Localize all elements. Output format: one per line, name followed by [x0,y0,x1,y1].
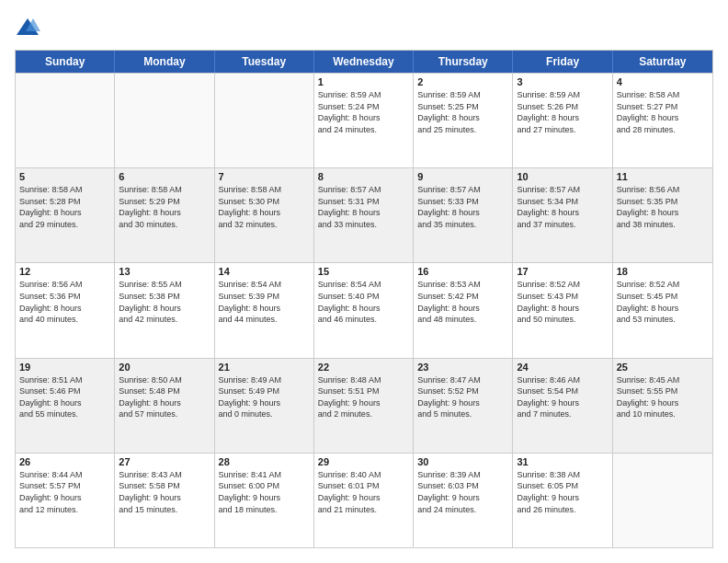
day-number: 23 [417,362,508,373]
header [15,15,713,40]
day-info: Sunrise: 8:56 AM Sunset: 5:35 PM Dayligh… [617,184,709,230]
day-number: 14 [219,266,310,277]
cal-cell: 1Sunrise: 8:59 AM Sunset: 5:24 PM Daylig… [314,74,414,167]
day-info: Sunrise: 8:57 AM Sunset: 5:34 PM Dayligh… [517,184,608,230]
day-number: 1 [318,76,409,87]
header-day-sunday: Sunday [16,51,115,73]
cal-cell: 15Sunrise: 8:54 AM Sunset: 5:40 PM Dayli… [314,263,414,357]
day-number: 26 [19,456,110,467]
cal-cell: 7Sunrise: 8:58 AM Sunset: 5:30 PM Daylig… [215,168,314,262]
cal-cell [613,454,712,547]
cal-cell: 20Sunrise: 8:50 AM Sunset: 5:48 PM Dayli… [115,359,214,453]
day-info: Sunrise: 8:59 AM Sunset: 5:24 PM Dayligh… [318,89,409,135]
day-info: Sunrise: 8:54 AM Sunset: 5:40 PM Dayligh… [318,279,409,325]
cal-cell: 16Sunrise: 8:53 AM Sunset: 5:42 PM Dayli… [414,263,513,357]
day-info: Sunrise: 8:39 AM Sunset: 6:03 PM Dayligh… [417,469,508,515]
cal-cell: 10Sunrise: 8:57 AM Sunset: 5:34 PM Dayli… [513,168,612,262]
cal-cell: 25Sunrise: 8:45 AM Sunset: 5:55 PM Dayli… [613,359,712,453]
cal-cell: 23Sunrise: 8:47 AM Sunset: 5:52 PM Dayli… [414,359,513,453]
cal-cell: 28Sunrise: 8:41 AM Sunset: 6:00 PM Dayli… [215,454,314,547]
cal-cell: 24Sunrise: 8:46 AM Sunset: 5:54 PM Dayli… [513,359,612,453]
cal-cell: 18Sunrise: 8:52 AM Sunset: 5:45 PM Dayli… [613,263,712,357]
header-day-wednesday: Wednesday [314,51,414,73]
day-info: Sunrise: 8:38 AM Sunset: 6:05 PM Dayligh… [517,469,608,515]
cal-cell: 14Sunrise: 8:54 AM Sunset: 5:39 PM Dayli… [215,263,314,357]
cal-cell: 11Sunrise: 8:56 AM Sunset: 5:35 PM Dayli… [613,168,712,262]
day-info: Sunrise: 8:45 AM Sunset: 5:55 PM Dayligh… [617,374,709,420]
calendar-body: 1Sunrise: 8:59 AM Sunset: 5:24 PM Daylig… [16,73,712,547]
day-info: Sunrise: 8:57 AM Sunset: 5:31 PM Dayligh… [318,184,409,230]
day-info: Sunrise: 8:53 AM Sunset: 5:42 PM Dayligh… [417,279,508,325]
cal-cell: 4Sunrise: 8:58 AM Sunset: 5:27 PM Daylig… [613,74,712,167]
cal-cell: 8Sunrise: 8:57 AM Sunset: 5:31 PM Daylig… [314,168,414,262]
day-info: Sunrise: 8:55 AM Sunset: 5:38 PM Dayligh… [119,279,210,325]
day-info: Sunrise: 8:46 AM Sunset: 5:54 PM Dayligh… [517,374,608,420]
day-number: 27 [119,456,210,467]
day-info: Sunrise: 8:52 AM Sunset: 5:43 PM Dayligh… [517,279,608,325]
logo-icon [15,15,40,40]
day-info: Sunrise: 8:49 AM Sunset: 5:49 PM Dayligh… [219,374,310,420]
cal-cell: 12Sunrise: 8:56 AM Sunset: 5:36 PM Dayli… [16,263,115,357]
day-info: Sunrise: 8:51 AM Sunset: 5:46 PM Dayligh… [19,374,110,420]
day-number: 8 [318,171,409,182]
day-info: Sunrise: 8:47 AM Sunset: 5:52 PM Dayligh… [417,374,508,420]
cal-cell [215,74,314,167]
day-info: Sunrise: 8:56 AM Sunset: 5:36 PM Dayligh… [19,279,110,325]
day-number: 15 [318,266,409,277]
day-info: Sunrise: 8:44 AM Sunset: 5:57 PM Dayligh… [19,469,110,515]
day-number: 3 [517,76,608,87]
day-number: 13 [119,266,210,277]
day-number: 29 [318,456,409,467]
day-number: 17 [517,266,608,277]
cal-cell: 3Sunrise: 8:59 AM Sunset: 5:26 PM Daylig… [513,74,612,167]
cal-cell: 2Sunrise: 8:59 AM Sunset: 5:25 PM Daylig… [414,74,513,167]
header-day-tuesday: Tuesday [215,51,314,73]
cal-cell: 9Sunrise: 8:57 AM Sunset: 5:33 PM Daylig… [414,168,513,262]
day-info: Sunrise: 8:58 AM Sunset: 5:27 PM Dayligh… [617,89,709,135]
day-number: 2 [417,76,508,87]
cal-cell: 30Sunrise: 8:39 AM Sunset: 6:03 PM Dayli… [414,454,513,547]
day-info: Sunrise: 8:59 AM Sunset: 5:26 PM Dayligh… [517,89,608,135]
day-number: 11 [617,171,709,182]
day-info: Sunrise: 8:54 AM Sunset: 5:39 PM Dayligh… [219,279,310,325]
day-info: Sunrise: 8:43 AM Sunset: 5:58 PM Dayligh… [119,469,210,515]
calendar-row-4: 19Sunrise: 8:51 AM Sunset: 5:46 PM Dayli… [16,358,712,453]
logo [15,15,44,40]
day-number: 28 [219,456,310,467]
cal-cell: 21Sunrise: 8:49 AM Sunset: 5:49 PM Dayli… [215,359,314,453]
cal-cell: 29Sunrise: 8:40 AM Sunset: 6:01 PM Dayli… [314,454,414,547]
day-number: 18 [617,266,709,277]
cal-cell: 22Sunrise: 8:48 AM Sunset: 5:51 PM Dayli… [314,359,414,453]
day-number: 6 [119,171,210,182]
calendar: SundayMondayTuesdayWednesdayThursdayFrid… [15,50,713,548]
day-number: 16 [417,266,508,277]
header-day-monday: Monday [115,51,214,73]
day-number: 25 [617,362,709,373]
day-number: 20 [119,362,210,373]
day-info: Sunrise: 8:52 AM Sunset: 5:45 PM Dayligh… [617,279,709,325]
calendar-row-5: 26Sunrise: 8:44 AM Sunset: 5:57 PM Dayli… [16,453,712,547]
day-number: 7 [219,171,310,182]
cal-cell: 6Sunrise: 8:58 AM Sunset: 5:29 PM Daylig… [115,168,214,262]
day-number: 12 [19,266,110,277]
day-info: Sunrise: 8:48 AM Sunset: 5:51 PM Dayligh… [318,374,409,420]
day-info: Sunrise: 8:59 AM Sunset: 5:25 PM Dayligh… [417,89,508,135]
day-number: 4 [617,76,709,87]
calendar-row-2: 5Sunrise: 8:58 AM Sunset: 5:28 PM Daylig… [16,167,712,262]
day-number: 19 [19,362,110,373]
header-day-saturday: Saturday [613,51,712,73]
calendar-header: SundayMondayTuesdayWednesdayThursdayFrid… [16,51,712,73]
cal-cell: 31Sunrise: 8:38 AM Sunset: 6:05 PM Dayli… [513,454,612,547]
day-number: 9 [417,171,508,182]
day-number: 21 [219,362,310,373]
header-day-thursday: Thursday [414,51,513,73]
page: SundayMondayTuesdayWednesdayThursdayFrid… [0,0,728,563]
day-number: 10 [517,171,608,182]
day-info: Sunrise: 8:50 AM Sunset: 5:48 PM Dayligh… [119,374,210,420]
cal-cell: 19Sunrise: 8:51 AM Sunset: 5:46 PM Dayli… [16,359,115,453]
cal-cell: 17Sunrise: 8:52 AM Sunset: 5:43 PM Dayli… [513,263,612,357]
day-info: Sunrise: 8:57 AM Sunset: 5:33 PM Dayligh… [417,184,508,230]
day-number: 30 [417,456,508,467]
day-info: Sunrise: 8:58 AM Sunset: 5:30 PM Dayligh… [219,184,310,230]
header-day-friday: Friday [513,51,612,73]
